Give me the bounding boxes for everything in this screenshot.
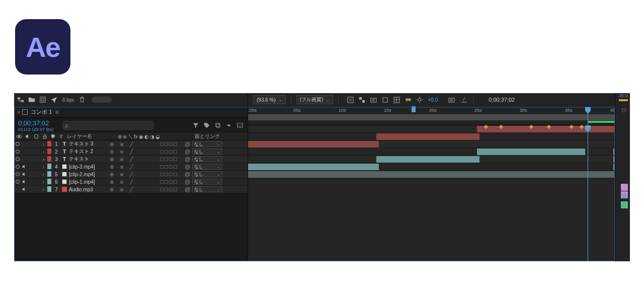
layer-name[interactable]: テキスト 3 [68,140,108,148]
side-circle-1[interactable] [622,108,626,112]
trackmatte-cells[interactable] [159,171,183,178]
visibility-toggle[interactable] [14,148,21,155]
twirl-icon[interactable]: › [40,148,47,155]
audio-toggle[interactable] [21,163,27,170]
label-header-icon[interactable] [50,133,56,139]
lock-header-icon[interactable] [42,133,48,139]
send-icon[interactable] [50,96,57,103]
parent-dropdown[interactable]: なし⌄ [192,156,222,162]
trackmatte-cells[interactable] [159,140,183,148]
exposure-icon[interactable] [416,96,424,104]
track-row[interactable] [248,133,615,140]
lock-toggle[interactable] [34,163,40,170]
track-row[interactable] [248,156,615,163]
stack-icon[interactable] [214,122,221,129]
solo-toggle[interactable] [27,171,34,178]
link-icon[interactable] [225,122,232,129]
twirl-icon[interactable]: › [40,186,47,193]
time-ruler[interactable]: :00s05s10s15s20s25s30s35s40s [248,107,615,125]
lock-toggle[interactable] [34,148,40,155]
label-color[interactable] [47,178,52,185]
track-row[interactable] [248,125,615,133]
speaker-header-icon[interactable] [25,133,31,139]
playhead-head-icon[interactable] [585,125,591,133]
layer-name[interactable]: Audio.mp3 [68,186,108,193]
solo-toggle[interactable] [27,140,34,148]
filter-icon[interactable] [192,122,199,129]
visibility-toggle[interactable] [14,163,21,170]
layer-row[interactable]: ›1Tテキスト 3⊕※╱@なし⌄ [14,140,248,148]
visibility-toggle[interactable] [14,140,21,148]
playhead[interactable] [588,107,588,125]
viewer-timecode[interactable]: 0;00;37;02 [489,97,515,103]
clip-bar[interactable] [376,156,479,163]
label-color[interactable] [47,140,52,148]
eye-header-icon[interactable] [16,133,22,139]
twirl-icon[interactable]: › [40,178,47,185]
trackmatte-cells[interactable] [159,156,183,163]
parent-dropdown[interactable]: なし⌄ [192,141,222,147]
label-color[interactable] [47,156,52,163]
trash-icon[interactable] [78,96,86,103]
layer-switches[interactable]: ⊕※╱ [108,186,159,193]
show-snapshot-icon[interactable] [460,96,468,104]
track-row[interactable] [248,171,615,178]
lock-toggle[interactable] [34,171,40,178]
layer-row[interactable]: ›6[clip-1.mp4]⊕※╱@なし⌄ [14,178,248,186]
track-row[interactable] [248,163,615,171]
pickwhip-icon[interactable]: @ [185,164,190,170]
layer-switches[interactable]: ⊕※╱ [108,148,159,155]
comp-icon[interactable] [39,96,46,103]
solo-toggle[interactable] [27,163,34,170]
playhead[interactable] [588,125,588,261]
solo-toggle[interactable] [27,178,34,185]
close-tab-icon[interactable]: × [17,109,20,115]
track-row[interactable] [248,148,615,156]
trackmatte-cells[interactable] [159,163,183,170]
mask-icon[interactable] [370,96,377,104]
channel-icon[interactable] [405,96,412,104]
resolution-dropdown[interactable]: (フル画質)⌄ [296,95,334,104]
layer-name[interactable]: テキスト [68,156,108,163]
layer-switches[interactable]: ⊕※╱ [108,156,159,163]
folder-icon[interactable] [28,96,35,103]
label-color[interactable] [47,163,52,170]
flowchart-icon[interactable] [17,96,24,103]
solo-toggle[interactable] [27,156,34,163]
snapshot-icon[interactable] [448,96,455,104]
pickwhip-icon[interactable]: @ [185,149,190,155]
clip-bar[interactable] [248,141,379,148]
parent-header[interactable]: 親とリンク [192,133,242,140]
parent-dropdown[interactable]: なし⌄ [192,179,222,185]
current-timecode[interactable]: 0;00;37;02 [18,119,54,127]
side-circle-2[interactable] [622,194,626,198]
label-color[interactable] [47,171,52,178]
render-icon[interactable] [236,122,244,129]
search-input[interactable]: ρ. [63,121,153,130]
parent-dropdown[interactable]: なし⌄ [192,186,222,192]
layer-row[interactable]: ›3Tテキスト⊕※╱@なし⌄ [14,156,248,163]
audio-toggle[interactable] [21,171,27,178]
audio-toggle[interactable] [21,156,27,163]
layer-name[interactable]: [clip-1.mp4] [68,178,108,185]
fast-preview-icon[interactable] [347,96,354,104]
layer-row[interactable]: ›4[clip-3.mp4]⊕※╱@なし⌄ [14,163,248,171]
pickwhip-icon[interactable]: @ [185,141,190,147]
clip-bar[interactable] [477,149,585,155]
visibility-toggle[interactable] [14,171,21,178]
parent-dropdown[interactable]: なし⌄ [192,171,222,177]
parent-dropdown[interactable]: なし⌄ [192,149,222,155]
lock-toggle[interactable] [34,186,40,193]
layer-row[interactable]: ›5[clip-2.mp4]⊕※╱@なし⌄ [14,171,248,178]
lock-toggle[interactable] [34,178,40,185]
trackmatte-cells[interactable] [159,186,183,193]
roi-icon[interactable] [381,96,389,104]
twirl-icon[interactable]: › [40,163,47,170]
audio-toggle[interactable] [21,178,27,185]
layer-row[interactable]: ›7Audio.mp3⊕※╱@なし⌄ [14,186,248,193]
twirl-icon[interactable]: › [40,171,47,178]
transparency-grid-icon[interactable] [358,96,366,104]
tracks-area[interactable] [248,125,615,261]
layer-name[interactable]: テキスト 2 [68,148,108,155]
clip-bar[interactable] [477,126,615,132]
